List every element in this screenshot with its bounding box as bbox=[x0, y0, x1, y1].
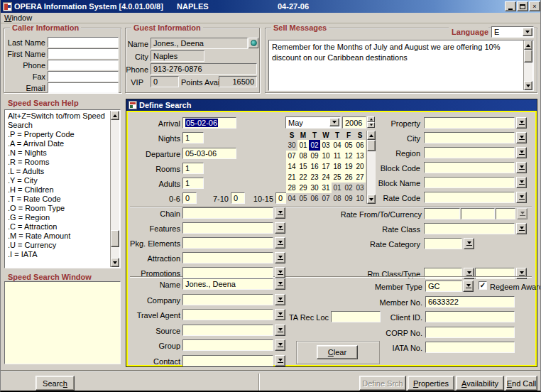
calendar-day[interactable]: 17 bbox=[320, 161, 332, 172]
region-field[interactable] bbox=[424, 147, 515, 158]
calendar-day[interactable]: 23 bbox=[309, 172, 320, 183]
group-lov-button[interactable] bbox=[275, 339, 285, 351]
rate-currency-lov-button[interactable] bbox=[517, 208, 528, 219]
promotions-lov-button[interactable] bbox=[275, 267, 285, 278]
define-srch-button[interactable]: Define Srch bbox=[359, 376, 406, 391]
pkg-elements-lov-button[interactable] bbox=[275, 237, 285, 249]
source-lov-button[interactable] bbox=[275, 325, 285, 336]
calendar-day[interactable]: 21 bbox=[286, 172, 297, 183]
calendar-day[interactable]: 16 bbox=[309, 161, 320, 172]
calendar-day[interactable]: 10 bbox=[320, 151, 332, 161]
name-lov-button[interactable] bbox=[275, 278, 285, 290]
properties-button[interactable]: Properties bbox=[408, 376, 454, 391]
client-id-field[interactable] bbox=[425, 311, 515, 322]
calendar-day[interactable]: 08 bbox=[297, 151, 309, 161]
email-input[interactable] bbox=[48, 82, 119, 93]
scrollbar-thumb[interactable] bbox=[111, 230, 119, 247]
rate-code-field[interactable] bbox=[424, 192, 515, 203]
scroll-down-button[interactable] bbox=[524, 81, 532, 90]
attraction-lov-button[interactable] bbox=[275, 252, 285, 263]
property-field[interactable] bbox=[424, 117, 515, 129]
block-code-lov-button[interactable] bbox=[516, 162, 527, 173]
chain-field[interactable] bbox=[182, 207, 273, 219]
menu-window[interactable]: Window bbox=[4, 13, 32, 22]
company-field[interactable] bbox=[182, 294, 273, 305]
rate-to-field[interactable] bbox=[461, 208, 495, 219]
promotions-field[interactable] bbox=[182, 267, 273, 278]
calendar-day[interactable]: 15 bbox=[297, 161, 309, 172]
travel-agent-field[interactable] bbox=[182, 309, 273, 320]
rate-class-lov-button[interactable] bbox=[516, 223, 527, 234]
block-name-lov-button[interactable] bbox=[516, 177, 527, 188]
scrollbar-thumb[interactable] bbox=[524, 50, 532, 62]
calendar-day[interactable]: 28 bbox=[286, 183, 297, 193]
fax-input[interactable] bbox=[48, 71, 119, 82]
calendar-day[interactable]: 14 bbox=[286, 161, 297, 172]
rate-class-field[interactable] bbox=[424, 223, 515, 234]
features-field[interactable] bbox=[182, 222, 273, 234]
ds-city-lov-button[interactable] bbox=[516, 132, 527, 143]
company-lov-button[interactable] bbox=[275, 294, 285, 305]
guest-profile-button[interactable] bbox=[248, 38, 258, 48]
rate-category-lov-button[interactable] bbox=[464, 238, 474, 249]
calendar-day[interactable]: 07 bbox=[320, 193, 332, 204]
block-name-field[interactable] bbox=[424, 177, 515, 188]
block-code-field[interactable] bbox=[424, 162, 515, 173]
search-button[interactable]: Search bbox=[35, 376, 75, 391]
children-0-6-field[interactable]: 0 bbox=[182, 192, 197, 204]
minimize-button[interactable] bbox=[505, 1, 516, 11]
calendar-day[interactable]: 30 bbox=[309, 183, 320, 193]
calendar-day[interactable]: 24 bbox=[320, 172, 332, 183]
calendar-day[interactable]: 31 bbox=[320, 183, 332, 193]
calendar-day[interactable]: 30 bbox=[286, 140, 297, 151]
rate-currency-field[interactable] bbox=[496, 208, 515, 219]
rate-from-field[interactable] bbox=[424, 208, 460, 219]
calendar-day[interactable]: 29 bbox=[297, 183, 309, 193]
month-dropdown-button[interactable] bbox=[329, 118, 339, 126]
sell-message-scrollbar[interactable] bbox=[523, 40, 532, 90]
calendar-day[interactable]: 03 bbox=[320, 140, 332, 151]
member-no-field[interactable]: 6633322 bbox=[425, 296, 515, 307]
ds-city-field[interactable] bbox=[424, 132, 515, 143]
language-dropdown-button[interactable] bbox=[523, 28, 532, 36]
name-field[interactable]: Jones., Deena bbox=[182, 278, 273, 290]
nights-field[interactable]: 1 bbox=[182, 132, 204, 143]
arrival-field[interactable]: 05-02-06 bbox=[182, 117, 236, 129]
availability-button[interactable]: Availability bbox=[456, 376, 504, 391]
member-type-field[interactable]: GC bbox=[425, 281, 462, 292]
travel-agent-lov-button[interactable] bbox=[275, 309, 285, 320]
chain-lov-button[interactable] bbox=[275, 207, 285, 219]
calendar-day[interactable]: 02 bbox=[309, 140, 320, 151]
rate-category-field[interactable] bbox=[424, 238, 462, 249]
source-field[interactable] bbox=[182, 325, 273, 336]
calendar-month-select[interactable]: May bbox=[285, 116, 341, 129]
calendar-day[interactable]: 05 bbox=[297, 193, 309, 204]
group-field[interactable] bbox=[182, 339, 273, 351]
language-select[interactable]: E bbox=[491, 26, 534, 38]
maximize-button[interactable] bbox=[517, 1, 528, 11]
corp-no-field[interactable] bbox=[425, 327, 515, 338]
contact-field[interactable] bbox=[182, 355, 273, 366]
end-call-button[interactable]: End Call bbox=[506, 376, 537, 391]
scroll-down-button[interactable] bbox=[111, 258, 119, 267]
last-name-input[interactable] bbox=[48, 37, 119, 48]
calendar-day[interactable]: 06 bbox=[309, 193, 320, 204]
rooms-field[interactable]: 1 bbox=[182, 163, 204, 174]
iata-no-field[interactable] bbox=[425, 342, 515, 353]
calendar-day[interactable]: 04 bbox=[286, 193, 297, 204]
member-type-lov-button[interactable] bbox=[463, 281, 474, 292]
property-lov-button[interactable] bbox=[516, 117, 527, 129]
phone-input[interactable] bbox=[48, 60, 119, 70]
calendar-day[interactable]: 07 bbox=[286, 151, 297, 161]
first-name-input[interactable] bbox=[48, 48, 119, 59]
features-lov-button[interactable] bbox=[275, 222, 285, 234]
rate-code-lov-button[interactable] bbox=[516, 192, 527, 203]
contact-lov-button[interactable] bbox=[275, 355, 285, 366]
redeem-award-checkbox[interactable]: ✓ bbox=[479, 281, 487, 290]
calendar-day[interactable]: 09 bbox=[309, 151, 320, 161]
attraction-field[interactable] bbox=[182, 252, 273, 263]
speed-search-input-area[interactable] bbox=[4, 281, 121, 364]
scroll-up-button[interactable] bbox=[111, 111, 119, 120]
adults-field[interactable]: 1 bbox=[182, 178, 204, 189]
clear-button[interactable]: Clear bbox=[317, 345, 358, 359]
